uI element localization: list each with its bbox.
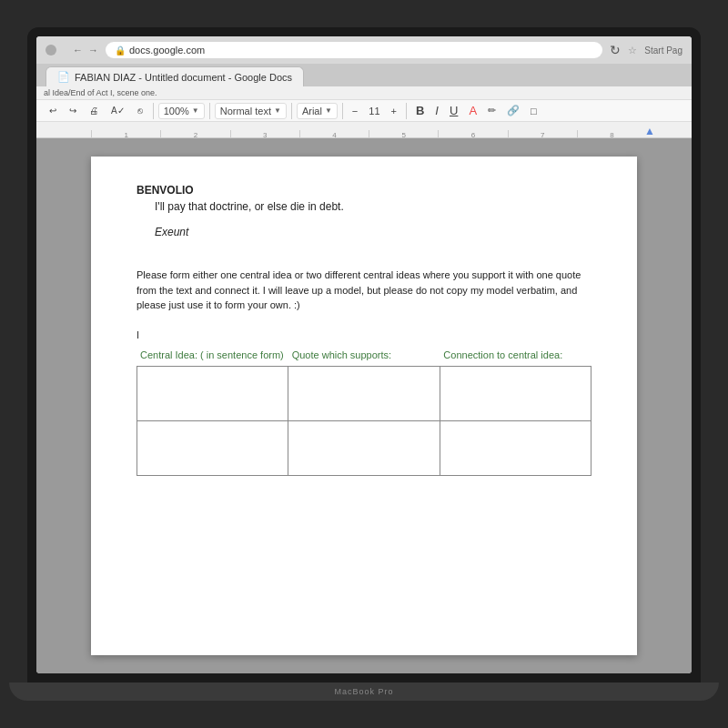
stage-direction: Exeunt: [136, 226, 592, 238]
spacer-1: [136, 217, 592, 226]
redo-btn[interactable]: ↪: [64, 104, 82, 117]
paint-format-btn[interactable]: ⎋: [132, 104, 148, 117]
zoom-dropdown[interactable]: 100% ▼: [158, 103, 205, 119]
font-arrow-icon: ▼: [325, 106, 332, 115]
table-row: [137, 366, 592, 420]
tab-label: FABIAN DIAZ - Untitled document - Google…: [75, 72, 292, 83]
breadcrumb-text: al Idea/End of Act I, scene one.: [44, 88, 157, 97]
assignment-table-container: Central Idea: ( in sentence form) Quote …: [136, 348, 592, 476]
document-area: BENVOLIO I'll pay that doctrine, or else…: [36, 138, 692, 673]
font-color-btn[interactable]: A: [464, 102, 481, 119]
link-btn[interactable]: 🔗: [502, 103, 524, 118]
undo-btn[interactable]: ↩: [44, 104, 62, 117]
toolbar-divider-5: [406, 103, 407, 119]
comment-btn[interactable]: □: [526, 104, 541, 118]
table-cell-1-2[interactable]: [288, 366, 440, 420]
laptop-bottom-bezel: MacBook Pro: [9, 682, 719, 701]
table-headers-row: Central Idea: ( in sentence form) Quote …: [136, 348, 592, 362]
font-label: Arial: [302, 106, 322, 116]
address-bar-area: 🔒 docs.google.com: [106, 42, 602, 58]
url-text: docs.google.com: [129, 45, 205, 56]
zoom-value: 100%: [164, 106, 189, 116]
toolbar-divider-3: [291, 103, 292, 119]
active-tab[interactable]: 📄 FABIAN DIAZ - Untitled document - Goog…: [46, 66, 304, 86]
toolbar-divider-2: [209, 103, 210, 119]
table-cell-2-1[interactable]: [137, 420, 288, 475]
table-cell-1-3[interactable]: [440, 366, 591, 420]
table-header-central-idea: Central Idea: ( in sentence form): [136, 348, 288, 362]
ruler-mark-7: 7: [508, 130, 577, 137]
toolbar-divider-4: [342, 103, 343, 119]
ruler-mark-4: 4: [299, 130, 369, 137]
ruler-mark-1: 1: [91, 130, 160, 137]
laptop-brand: MacBook Pro: [334, 687, 393, 696]
star-bookmark-icon[interactable]: ☆: [628, 45, 637, 56]
font-size-value[interactable]: 11: [364, 104, 384, 118]
doc-line-1: I'll pay that doctrine, or else die in d…: [136, 200, 592, 213]
table-row: [137, 420, 592, 475]
ruler-mark-8: 8: [577, 130, 646, 137]
ruler-mark-5: 5: [369, 130, 438, 137]
font-size-decrease-btn[interactable]: −: [348, 104, 362, 118]
style-arrow-icon: ▼: [274, 106, 281, 115]
url-bar[interactable]: 🔒 docs.google.com: [106, 42, 602, 58]
table-cell-2-3[interactable]: [440, 420, 591, 475]
spacer-2: [136, 253, 592, 268]
underline-btn[interactable]: U: [445, 102, 462, 119]
ruler-mark-3: 3: [230, 130, 299, 137]
text-cursor-indicator: I: [136, 329, 139, 340]
spellcheck-btn[interactable]: A✓: [106, 104, 130, 117]
lock-icon: 🔒: [115, 46, 126, 56]
table-cell-2-2[interactable]: [288, 420, 440, 475]
ruler-scroll-icon: ▲: [646, 125, 655, 137]
ruler-mark-2: 2: [160, 130, 229, 137]
docs-menu-bar: ↩ ↪ 🖨 A✓ ⎋ 100% ▼ Normal text ▼ Arial: [36, 100, 692, 121]
character-name: BENVOLIO: [136, 184, 592, 197]
bold-btn[interactable]: B: [411, 102, 429, 119]
instruction-text: Please form either one central idea or t…: [136, 268, 592, 313]
breadcrumb: al Idea/End of Act I, scene one.: [36, 86, 692, 100]
print-btn[interactable]: 🖨: [84, 104, 104, 117]
font-dropdown[interactable]: Arial ▼: [297, 103, 338, 119]
tab-favicon: 📄: [57, 71, 70, 83]
ruler: 1 2 3 4 5 6 7 8 ▲: [36, 122, 692, 138]
browser-tabs-bar: 📄 FABIAN DIAZ - Untitled document - Goog…: [36, 64, 692, 86]
table-cell-1-1[interactable]: [137, 366, 288, 420]
table-header-connection: Connection to central idea:: [440, 348, 592, 362]
assignment-table: [136, 366, 592, 476]
style-label: Normal text: [220, 106, 271, 116]
ruler-marks: 1 2 3 4 5 6 7 8: [91, 130, 646, 137]
start-page-text: Start Pag: [644, 46, 682, 56]
zoom-arrow-icon: ▼: [192, 106, 199, 115]
refresh-icon[interactable]: ↻: [610, 43, 621, 57]
browser-traffic-light: [46, 45, 56, 56]
highlight-btn[interactable]: ✏: [483, 103, 500, 118]
toolbar-divider-1: [153, 103, 154, 119]
table-header-quote: Quote which supports:: [288, 348, 440, 362]
doc-page[interactable]: BENVOLIO I'll pay that doctrine, or else…: [91, 157, 637, 655]
ruler-mark-6: 6: [438, 130, 507, 137]
cursor-row: I: [136, 331, 592, 339]
style-dropdown[interactable]: Normal text ▼: [215, 103, 287, 119]
nav-controls[interactable]: ← →: [73, 45, 98, 56]
font-size-increase-btn[interactable]: +: [387, 104, 401, 118]
italic-btn[interactable]: I: [430, 102, 443, 119]
